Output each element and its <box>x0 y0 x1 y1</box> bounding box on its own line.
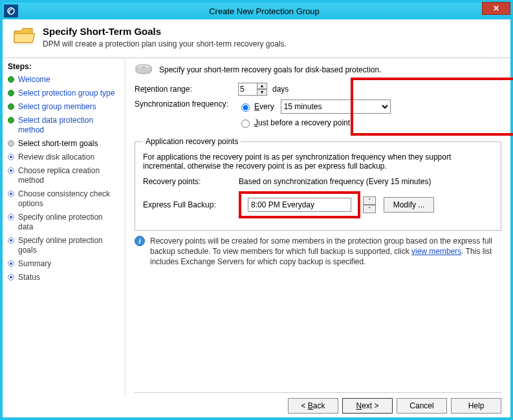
dot-icon <box>8 191 14 197</box>
sync-before-label: Just before a recovery point <box>254 118 350 127</box>
efb-label: Express Full Backup: <box>143 200 239 209</box>
step-short-term-goals: Select short-term goals <box>8 139 118 149</box>
close-icon: ✕ <box>493 4 499 13</box>
steps-heading: Steps: <box>8 62 118 71</box>
app-recovery-group: Application recovery points For applicat… <box>135 137 501 231</box>
main-panel: Specify your short-term recovery goals f… <box>126 58 510 397</box>
recpoints-value: Based on synchronization frequency (Ever… <box>239 177 431 186</box>
step-status: Status <box>8 273 118 282</box>
back-button[interactable]: < Back <box>288 398 338 414</box>
sync-every-radio[interactable] <box>241 103 250 112</box>
app-icon <box>4 5 18 17</box>
check-icon <box>8 103 14 110</box>
help-button[interactable]: Help <box>451 398 501 414</box>
dialog-footer: < Back Next > Cancel Help <box>135 392 501 414</box>
check-icon <box>8 90 14 96</box>
spin-down-icon[interactable]: ▼ <box>257 89 267 96</box>
page-title: Specify Short-Term Goals <box>43 26 287 37</box>
efb-scroll-down[interactable]: ˅ <box>363 205 376 213</box>
page-header: Specify Short-Term Goals DPM will create… <box>3 19 510 58</box>
dot-icon <box>8 140 14 147</box>
step-summary: Summary <box>8 259 118 269</box>
sync-frequency-select[interactable]: 15 minutes <box>281 100 391 114</box>
svg-point-3 <box>142 67 146 68</box>
sync-label: Synchronization frequency: <box>135 100 230 109</box>
titlebar: Create New Protection Group ✕ <box>3 3 510 19</box>
step-online-data: Specify online protection data <box>8 213 118 232</box>
dot-icon <box>8 274 14 280</box>
retention-input[interactable] <box>238 83 257 96</box>
header-text: Specify Short-Term Goals DPM will create… <box>43 26 287 48</box>
dot-icon <box>8 237 14 244</box>
folder-icon <box>13 26 36 47</box>
step-protection-method[interactable]: Select data protection method <box>8 116 118 135</box>
dot-icon <box>8 167 14 174</box>
svg-point-0 <box>8 8 14 14</box>
highlight-box-efb: 8:00 PM Everyday <box>239 191 360 218</box>
step-disk-allocation: Review disk allocation <box>8 152 118 162</box>
step-online-goals: Specify online protection goals <box>8 236 118 255</box>
dot-icon <box>8 154 14 160</box>
efb-scroll-up[interactable]: ˄ <box>363 196 376 205</box>
app-recovery-desc: For applications the recovery point is a… <box>143 152 493 171</box>
app-recovery-legend: Application recovery points <box>143 137 241 146</box>
check-icon <box>8 76 14 83</box>
dot-icon <box>8 214 14 220</box>
retention-spinner[interactable]: ▲ ▼ <box>257 83 267 96</box>
retention-label: Retention range: <box>135 85 230 94</box>
page-subtitle: DPM will create a protection plan using … <box>43 39 287 48</box>
step-replica-method: Choose replica creation method <box>8 166 118 185</box>
step-group-members[interactable]: Select group members <box>8 102 118 112</box>
next-button[interactable]: Next > <box>342 398 393 414</box>
sync-every-label: Every <box>254 102 274 111</box>
step-group-type[interactable]: Select protection group type <box>8 89 118 98</box>
intro-text: Specify your short-term recovery goals f… <box>159 65 381 74</box>
recpoints-label: Recovery points: <box>143 177 239 186</box>
window-title: Create New Protection Group <box>18 6 510 16</box>
steps-sidebar: Steps: Welcome Select protection group t… <box>3 58 126 397</box>
spin-up-icon[interactable]: ▲ <box>257 83 267 89</box>
dot-icon <box>8 260 14 267</box>
info-icon: i <box>135 236 145 246</box>
view-members-link[interactable]: view members <box>411 247 461 256</box>
step-consistency-check: Choose consistency check options <box>8 189 118 209</box>
info-note: i Recovery points will be created for so… <box>135 236 501 268</box>
retention-unit: days <box>272 85 289 94</box>
step-welcome[interactable]: Welcome <box>8 75 118 85</box>
modify-button[interactable]: Modify ... <box>384 197 434 213</box>
efb-schedule-box[interactable]: 8:00 PM Everyday <box>248 198 351 212</box>
cancel-button[interactable]: Cancel <box>397 398 447 414</box>
check-icon <box>8 117 14 123</box>
close-button[interactable]: ✕ <box>482 2 510 15</box>
disk-icon <box>135 63 153 76</box>
sync-before-radio[interactable] <box>241 120 250 128</box>
dialog-window: Create New Protection Group ✕ Specify Sh… <box>0 0 513 420</box>
